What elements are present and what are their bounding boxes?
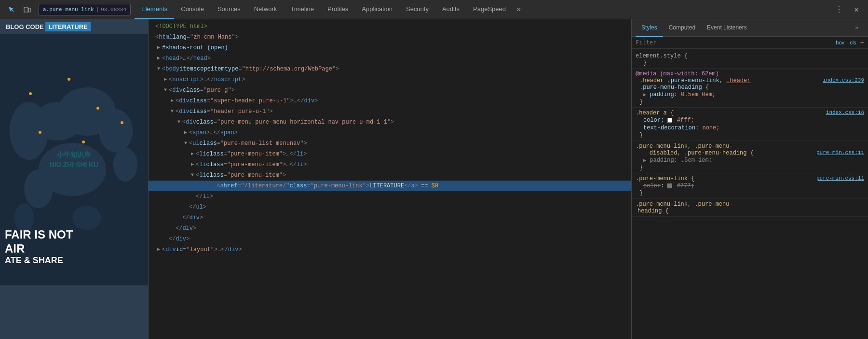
pure-menu-link-rule: .pure-menu-link { pure-min.css:11 color:… [632, 173, 868, 199]
disabled-rule-close: } [636, 164, 864, 171]
layout-div[interactable]: ▶ <div id="layout">…</div> [149, 244, 631, 255]
expand-arrow[interactable]: ▼ [189, 170, 196, 180]
devtools-toolbar: a.pure-menu-link | 93.08×34 Elements Con… [0, 0, 868, 19]
add-style-icon[interactable]: + [860, 39, 864, 46]
header-div[interactable]: ▼ <div class="header pure-u-1"> [149, 106, 631, 117]
expand-arrow[interactable]: ▼ [162, 85, 169, 95]
selected-element-badge: a.pure-menu-link | 93.08×34 [39, 4, 131, 15]
world-map: 小牛知识库 NIU ZHI SHI KU FAIR IS NOT AIR ATE… [0, 34, 148, 285]
map-text-overlay: FAIR IS NOT AIR ATE & SHARE [0, 34, 148, 285]
text-decoration-prop: text-decoration: none; [636, 124, 864, 132]
color-swatch-777[interactable] [667, 184, 672, 188]
ul-close[interactable]: </ul> [149, 202, 631, 212]
tab-security[interactable]: Security [399, 0, 435, 19]
li-item-2[interactable]: ▶ <li class="pure-menu-item">…</li> [149, 159, 631, 170]
li-item-1[interactable]: ▶ <li class="pure-menu-item">…</li> [149, 149, 631, 159]
close-devtools-icon[interactable]: ✕ [849, 2, 864, 17]
elements-panel: <!DOCTYPE html> <html lang="zh-cmn-Hans"… [149, 19, 632, 339]
expand-arrow[interactable]: ▶ [189, 149, 196, 159]
div-close-2[interactable]: </div> [149, 223, 631, 234]
index-css-16[interactable]: index.css:16 [826, 110, 864, 115]
li-item-3[interactable]: ▼ <li class="pure-menu-item"> [149, 170, 631, 181]
tab-sources[interactable]: Sources [211, 0, 247, 19]
body-tag[interactable]: ▼ <body itemscope itemtype="http://schem… [149, 64, 631, 74]
devtools-tab-bar: Elements Console Sources Network Timelin… [135, 0, 831, 19]
media-query-selector: @media (max-width: 62em) [636, 71, 864, 77]
blog-text: BLOG [6, 23, 24, 30]
pure-menu-div[interactable]: ▼ <div class="pure-menu pure-menu-horizo… [149, 117, 631, 127]
head-tag[interactable]: ▶ <head>…</head> [149, 53, 631, 64]
tab-pagespeed[interactable]: PageSpeed [466, 0, 513, 19]
tab-computed[interactable]: Computed [663, 19, 701, 37]
media-nested-selector2: .pure-menu-heading { [636, 84, 864, 91]
tab-timeline[interactable]: Timeline [284, 0, 321, 19]
device-toolbar-icon[interactable] [19, 2, 35, 17]
color-swatch-white[interactable] [667, 118, 672, 123]
filter-input[interactable] [636, 39, 830, 46]
expand-arrow[interactable]: ▶ [155, 43, 162, 53]
media-rule: @media (max-width: 62em) .header .pure-m… [632, 69, 868, 108]
tab-event-listeners[interactable]: Event Listeners [701, 19, 753, 37]
html-tag[interactable]: <html lang="zh-cmn-Hans" > [149, 32, 631, 42]
styles-content: element.style { } @media (max-width: 62e… [632, 49, 868, 219]
color-prop: color: #fff; [636, 116, 864, 124]
more-options-icon[interactable]: ⋮ [831, 2, 847, 17]
tab-network[interactable]: Network [247, 0, 284, 19]
padding-prop: ▶ padding: 0.5em 0em; [636, 91, 864, 99]
li-close[interactable]: </li> [149, 191, 631, 202]
expand-arrow[interactable]: ▶ [155, 54, 162, 63]
selected-a-tag[interactable]: … <a href="/literature/" class="pure-men… [149, 181, 631, 191]
expand-arrow[interactable]: ▶ [162, 75, 169, 85]
tab-console[interactable]: Console [174, 0, 211, 19]
media-rule-close: } [636, 99, 864, 105]
div-close-1[interactable]: </div> [149, 212, 631, 223]
expand-arrow[interactable]: ▶ [155, 245, 162, 254]
span-tag[interactable]: ▶ <span>…</span> [149, 127, 631, 138]
tab-audits[interactable]: Audits [435, 0, 466, 19]
index-css-239[interactable]: index.css:239 [823, 77, 864, 83]
panel-tab-bar: Styles Computed Event Listeners » [632, 19, 868, 37]
padding-strikethrough-prop: ▶ padding: .5em 1em; [636, 156, 864, 164]
pure-min-css-11a[interactable]: pure-min.css:11 [816, 150, 864, 155]
html-doctype[interactable]: <!DOCTYPE html> [149, 21, 631, 32]
literature-text: LITERATURE [45, 22, 90, 31]
expand-arrow[interactable]: ▼ [169, 107, 176, 116]
tab-more[interactable]: » [513, 0, 525, 19]
styles-panel: Styles Computed Event Listeners » :hov .… [632, 19, 868, 339]
tab-styles[interactable]: Styles [636, 19, 663, 37]
noscript-tag[interactable]: ▶ <noscript>…</noscript> [149, 74, 631, 85]
hov-button[interactable]: :hov [834, 40, 844, 45]
expand-arrow[interactable]: ▶ [169, 96, 176, 106]
website-content: BLOG CODE LITERATURE [0, 19, 148, 339]
pure-g-div[interactable]: ▼ <div class="pure-g"> [149, 85, 631, 96]
expand-triangle-icon[interactable]: ▶ [643, 92, 646, 98]
pure-min-css-11b[interactable]: pure-min.css:11 [816, 175, 864, 181]
div-close-3[interactable]: </div> [149, 234, 631, 244]
tab-elements[interactable]: Elements [135, 0, 174, 19]
shadow-root-line[interactable]: ▶ #shadow-root (open) [149, 42, 631, 53]
expand-arrow[interactable]: ▼ [182, 139, 189, 148]
tab-application[interactable]: Application [355, 0, 399, 19]
expand-arrow[interactable]: ▼ [176, 117, 182, 127]
svg-rect-1 [28, 8, 30, 12]
site-title: BLOG CODE LITERATURE [6, 23, 91, 30]
expand-arrow[interactable]: ▶ [182, 128, 189, 138]
tab-profiles[interactable]: Profiles [321, 0, 355, 19]
expand-arrow[interactable]: ▼ [155, 64, 162, 74]
expand-triangle-icon[interactable]: ▶ [643, 158, 646, 163]
element-size: | [96, 7, 99, 13]
expand-arrow[interactable]: ▶ [189, 160, 196, 170]
ul-tag[interactable]: ▼ <ul class="pure-menu-list menunav" > [149, 138, 631, 149]
header-a-close: } [636, 132, 864, 139]
site-header: BLOG CODE LITERATURE [0, 19, 148, 34]
header-a-rule: .header a { index.css:16 color: #fff; te… [632, 108, 868, 141]
pure-menu-link-disabled-rule: .pure-menu-link, .pure-menu- disabled, .… [632, 141, 868, 173]
pure-menu-link-selector: .pure-menu-link, .pure-menu- disabled, .… [636, 143, 864, 156]
header-source-link[interactable]: .header [726, 77, 750, 84]
super-header-div[interactable]: ▶ <div class="super-header pure-u-1">…</… [149, 96, 631, 106]
inspect-element-icon[interactable] [4, 2, 19, 17]
element-dimensions: 93.08×34 [101, 7, 126, 13]
pure-menu-heading-selector: .pure-menu-link, .pure-menu- heading { [636, 201, 864, 214]
tab-more[interactable]: » [849, 19, 864, 37]
cls-button[interactable]: .cls [848, 40, 856, 45]
